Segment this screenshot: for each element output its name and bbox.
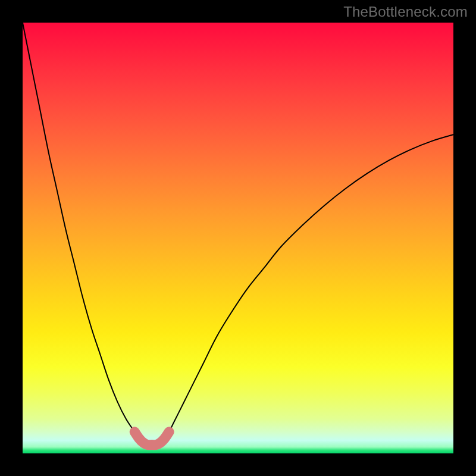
- chart-frame: TheBottleneck.com: [0, 0, 476, 476]
- bottleneck-curve: [23, 23, 453, 445]
- curve-layer: [23, 23, 453, 453]
- watermark-label: TheBottleneck.com: [343, 4, 468, 20]
- curve-minimum-marker: [134, 432, 169, 445]
- plot-area: [23, 23, 453, 453]
